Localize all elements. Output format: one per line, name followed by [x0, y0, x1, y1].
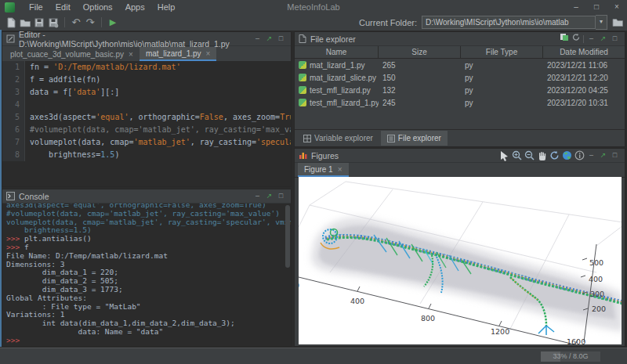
code-line: 5axes3d(aspect='equal', orthographic=Fal…	[2, 111, 291, 124]
redo-icon[interactable]: ↷	[83, 16, 97, 29]
file-name-cell: test_mfl_lizard_1.py	[295, 99, 379, 107]
editor-title-bar: Editor - D:\Working\MIScript\Jython\mis\…	[2, 32, 291, 46]
float-panel-icon[interactable]: ↗	[263, 33, 275, 45]
code-text: volumeplot(data, cmap='matlab_jet', ray_…	[25, 136, 291, 149]
file-table-body: mat_lizard_1.py265py2023/12/21 11:06mat_…	[295, 59, 625, 109]
code-segment: 'specular'	[256, 138, 291, 146]
maximize-panel-icon[interactable]: □	[609, 33, 621, 45]
globe-icon[interactable]	[561, 150, 572, 161]
float-panel-icon[interactable]: ↗	[597, 33, 609, 45]
open-file-icon[interactable]	[18, 16, 32, 29]
save-icon[interactable]	[32, 16, 46, 29]
column-header-modified[interactable]: Date Modified	[543, 46, 625, 58]
maximize-panel-icon[interactable]: □	[609, 150, 621, 161]
code-line: 1fn = 'D:/Temp/matlab/lizard.mat'	[2, 61, 291, 74]
menu-bar: FileEditOptionsAppsHelp MeteoInfoLab – □…	[0, 0, 627, 14]
code-editor[interactable]: 1fn = 'D:/Temp/matlab/lizard.mat'2f = ad…	[2, 61, 291, 186]
code-segment: volumeplot(data, cmap=	[30, 138, 133, 146]
code-segment: data = f[	[30, 88, 72, 96]
figure-tab-bar: Figure 1 ×	[295, 163, 625, 178]
menu-help[interactable]: Help	[151, 2, 182, 12]
menu-apps[interactable]: Apps	[119, 2, 151, 12]
code-segment: 'data'	[72, 88, 100, 96]
line-number: 3	[2, 86, 25, 99]
console-line: >>> plt.antialias()	[6, 235, 291, 243]
editor-tab[interactable]: mat_lizard_1.py×	[140, 47, 216, 61]
console-output[interactable]: axes3d(aspect='equal', orthographic=Fals…	[2, 204, 291, 346]
file-size: 132	[379, 86, 461, 95]
current-folder-dropdown-icon[interactable]: ▾	[596, 15, 607, 30]
zoom-in-icon[interactable]	[511, 150, 522, 161]
figure-canvas[interactable]: 0 400 800 1200 1600 500 400 300 200	[299, 177, 622, 344]
select-cursor-icon[interactable]	[498, 150, 509, 161]
status-bar: 33% / 8.0G	[0, 348, 627, 364]
maximize-panel-icon[interactable]: □	[275, 190, 287, 202]
minimize-panel-icon[interactable]: –	[585, 150, 597, 161]
close-icon[interactable]: ×	[206, 49, 211, 58]
python-file-icon	[299, 86, 306, 94]
tab-variable-explorer[interactable]: Variable explorer	[297, 131, 379, 146]
undo-icon[interactable]: ↶	[69, 16, 83, 29]
code-segment: , orthographic=	[129, 113, 199, 121]
float-panel-icon[interactable]: ↗	[263, 190, 275, 202]
refresh-icon[interactable]	[570, 33, 582, 45]
console-scrollbar[interactable]	[285, 205, 290, 268]
file-row[interactable]: mat_lizard_slice.py150py2023/12/21 12:20	[295, 71, 625, 84]
code-text: brightness=1.5)	[25, 149, 119, 161]
current-folder-input[interactable]: D:\Working\MIScript\Jython\mis\io\matlab	[422, 16, 596, 29]
close-icon[interactable]: ×	[129, 50, 133, 59]
menu-file[interactable]: File	[23, 2, 49, 12]
float-panel-icon[interactable]: ↗	[597, 150, 609, 161]
maximize-panel-icon[interactable]: □	[275, 33, 287, 45]
memory-indicator[interactable]: 33% / 8.0G	[541, 351, 600, 362]
zoom-out-icon[interactable]	[524, 150, 535, 161]
x-tick-label: 800	[421, 314, 435, 323]
save-all-icon[interactable]	[46, 16, 60, 29]
new-file-icon[interactable]	[4, 16, 18, 29]
column-header-filetype[interactable]: File Type	[461, 46, 543, 58]
file-row[interactable]: test_mfl_lizard_1.py245py2023/12/20 10:3…	[295, 96, 625, 109]
origin-tick-label: 0	[299, 281, 299, 290]
menu-items: FileEditOptionsAppsHelp	[23, 2, 181, 12]
file-size: 265	[379, 61, 461, 70]
window-close-icon[interactable]: ×	[607, 0, 627, 14]
copy-path-icon[interactable]	[558, 33, 570, 45]
close-icon[interactable]: ×	[338, 165, 342, 174]
code-segment: f = addfile(fn)	[30, 75, 100, 84]
code-text: axes3d(aspect='equal', orthographic=Fals…	[25, 111, 291, 124]
menu-options[interactable]: Options	[77, 2, 119, 12]
editor-tab[interactable]: plot_cuace_3d_volume_basic.py×	[4, 47, 140, 61]
file-row[interactable]: mat_lizard_1.py265py2023/12/21 11:06	[295, 59, 625, 71]
code-segment: , ray_casting=	[190, 138, 256, 146]
menu-edit[interactable]: Edit	[49, 2, 77, 12]
minimize-panel-icon[interactable]: –	[252, 190, 263, 202]
console-segment: File Name: D:/Temp/matlab/lizard.mat	[6, 251, 168, 260]
rotate-icon[interactable]	[549, 150, 560, 161]
file-type: py	[461, 74, 543, 82]
pan-hand-icon[interactable]	[536, 150, 547, 161]
console-segment: f	[24, 243, 29, 251]
code-segment: fn =	[30, 63, 53, 71]
column-header-name[interactable]: Name	[295, 46, 379, 58]
file-name: mat_lizard_1.py	[310, 61, 365, 70]
file-explorer-title-bar: File explorer – ↗ □	[295, 32, 625, 46]
window-minimize-icon[interactable]: –	[566, 0, 586, 14]
tab-file-explorer[interactable]: File explorer	[381, 131, 448, 146]
file-explorer-icon	[299, 34, 306, 43]
info-icon[interactable]	[574, 150, 585, 161]
file-icon	[387, 135, 395, 142]
browse-folder-icon[interactable]	[612, 17, 624, 27]
column-header-size[interactable]: Size	[379, 46, 461, 58]
code-segment: True	[280, 113, 291, 121]
minimize-panel-icon[interactable]: –	[252, 33, 263, 45]
code-line: 2f = addfile(fn)	[2, 74, 291, 86]
minimize-panel-icon[interactable]: –	[585, 33, 597, 45]
file-row[interactable]: test_mfl_lizard.py132py2023/12/20 04:25	[295, 84, 625, 96]
code-segment: ][:]	[100, 88, 119, 96]
console-segment: int data(dim_data_1,dim_data_2,dim_data_…	[6, 319, 235, 327]
figure-tab[interactable]: Figure 1 ×	[298, 163, 349, 177]
x-tick-label: 1200	[491, 327, 509, 336]
console-title-bar: Console – ↗ □	[2, 189, 291, 204]
run-script-icon[interactable]: ▶	[106, 16, 120, 29]
window-maximize-icon[interactable]: □	[586, 0, 607, 14]
